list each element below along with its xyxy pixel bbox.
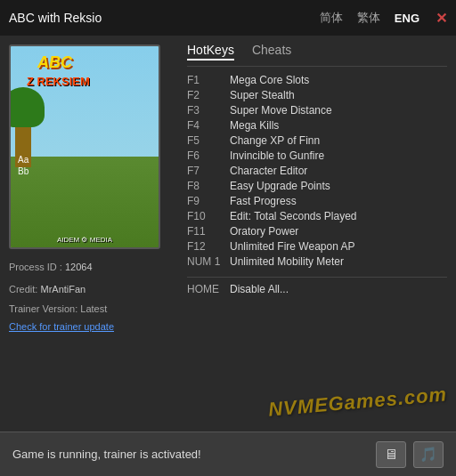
credit-value: MrAntiFan xyxy=(40,284,86,294)
cover-subtitle: Z REKSIEM xyxy=(27,75,90,88)
monitor-button[interactable]: 🖥 xyxy=(376,441,406,468)
left-panel: ABC Z REKSIEM Aa Bb AIDEM ⚙ MEDIA Proces… xyxy=(0,36,178,418)
label-f5: Change XP of Finn xyxy=(230,134,320,147)
tab-bar: HotKeys Cheats xyxy=(187,36,447,67)
trainer-label: Trainer Version: xyxy=(9,303,77,314)
hotkey-f3: F3 Super Move Distance xyxy=(187,104,447,117)
key-f8: F8 xyxy=(187,180,230,192)
language-selector: 简体 繁体 ENG ✕ xyxy=(316,8,447,28)
label-f11: Oratory Power xyxy=(230,225,298,238)
credit-label: Credit: xyxy=(9,284,37,294)
hotkey-f11: F11 Oratory Power xyxy=(187,225,447,238)
label-f12: Unlimited Fire Weapon AP xyxy=(230,240,355,253)
info-section: Process ID : 12064 Credit: MrAntiFan Tra… xyxy=(9,260,169,334)
cover-title: ABC xyxy=(37,53,72,72)
key-f11: F11 xyxy=(187,225,230,238)
credit-row: Credit: MrAntiFan xyxy=(9,282,169,297)
trainer-value: Latest xyxy=(80,303,107,314)
main-area: ABC Z REKSIEM Aa Bb AIDEM ⚙ MEDIA Proces… xyxy=(0,36,456,418)
key-f9: F9 xyxy=(187,195,230,207)
cover-publisher: AIDEM ⚙ MEDIA xyxy=(57,236,112,244)
trainer-version-row: Trainer Version: Latest xyxy=(9,303,169,314)
key-f7: F7 xyxy=(187,165,230,177)
hotkey-f10: F10 Edit: Total Seconds Played xyxy=(187,210,447,222)
close-button[interactable]: ✕ xyxy=(436,10,447,27)
label-f4: Mega Kills xyxy=(230,119,279,132)
label-f9: Fast Progress xyxy=(230,195,297,207)
label-num1: Unlimited Mobility Meter xyxy=(230,255,344,268)
key-f2: F2 xyxy=(187,89,230,101)
game-cover: ABC Z REKSIEM Aa Bb AIDEM ⚙ MEDIA xyxy=(9,44,160,249)
status-icons: 🖥 🎵 xyxy=(376,441,444,468)
hotkey-f12: F12 Unlimited Fire Weapon AP xyxy=(187,240,447,253)
update-link[interactable]: Check for trainer update xyxy=(9,321,114,332)
status-bar: Game is running, trainer is activated! 🖥… xyxy=(0,432,456,476)
hotkey-list: F1 Mega Core Slots F2 Super Stealth F3 S… xyxy=(187,74,447,268)
label-f7: Character Editor xyxy=(230,165,307,177)
label-f1: Mega Core Slots xyxy=(230,74,309,86)
hotkey-f5: F5 Change XP of Finn xyxy=(187,134,447,147)
cover-letters: Aa Bb xyxy=(18,154,28,177)
label-f8: Easy Upgrade Points xyxy=(230,180,330,192)
label-f2: Super Stealth xyxy=(230,89,295,101)
music-button[interactable]: 🎵 xyxy=(413,441,444,468)
lang-english[interactable]: ENG xyxy=(391,10,423,27)
process-id-row: Process ID : 12064 xyxy=(9,260,169,275)
key-f4: F4 xyxy=(187,119,230,132)
label-f10: Edit: Total Seconds Played xyxy=(230,210,357,222)
hotkey-f6: F6 Invincible to Gunfire xyxy=(187,149,447,162)
label-f3: Super Move Distance xyxy=(230,104,332,117)
home-label: Disable All... xyxy=(230,283,289,295)
tab-cheats[interactable]: Cheats xyxy=(252,43,291,61)
key-f12: F12 xyxy=(187,240,230,253)
key-f3: F3 xyxy=(187,104,230,117)
home-item: HOME Disable All... xyxy=(187,283,447,295)
music-icon: 🎵 xyxy=(419,446,437,463)
hotkey-f4: F4 Mega Kills xyxy=(187,119,447,132)
hotkey-f7: F7 Character Editor xyxy=(187,165,447,177)
lang-simplified[interactable]: 简体 xyxy=(316,8,346,28)
hotkey-f1: F1 Mega Core Slots xyxy=(187,74,447,86)
label-f6: Invincible to Gunfire xyxy=(230,149,324,162)
hotkey-f2: F2 Super Stealth xyxy=(187,89,447,101)
key-f6: F6 xyxy=(187,149,230,162)
title-bar: ABC with Reksio 简体 繁体 ENG ✕ xyxy=(0,0,456,36)
process-value: 12064 xyxy=(65,262,93,272)
monitor-icon: 🖥 xyxy=(384,447,398,463)
lang-traditional[interactable]: 繁体 xyxy=(354,8,384,28)
hotkey-f8: F8 Easy Upgrade Points xyxy=(187,180,447,192)
status-message: Game is running, trainer is activated! xyxy=(12,448,201,461)
hotkey-num1: NUM 1 Unlimited Mobility Meter xyxy=(187,255,447,268)
key-num1: NUM 1 xyxy=(187,255,230,268)
hotkey-f9: F9 Fast Progress xyxy=(187,195,447,207)
app-title: ABC with Reksio xyxy=(9,11,102,25)
key-f1: F1 xyxy=(187,74,230,86)
tab-hotkeys[interactable]: HotKeys xyxy=(187,43,234,61)
key-f10: F10 xyxy=(187,210,230,222)
home-key: HOME xyxy=(187,283,230,295)
process-label: Process ID : xyxy=(9,262,62,272)
key-f5: F5 xyxy=(187,134,230,147)
home-section: HOME Disable All... xyxy=(187,277,447,295)
right-panel: HotKeys Cheats F1 Mega Core Slots F2 Sup… xyxy=(178,36,456,418)
